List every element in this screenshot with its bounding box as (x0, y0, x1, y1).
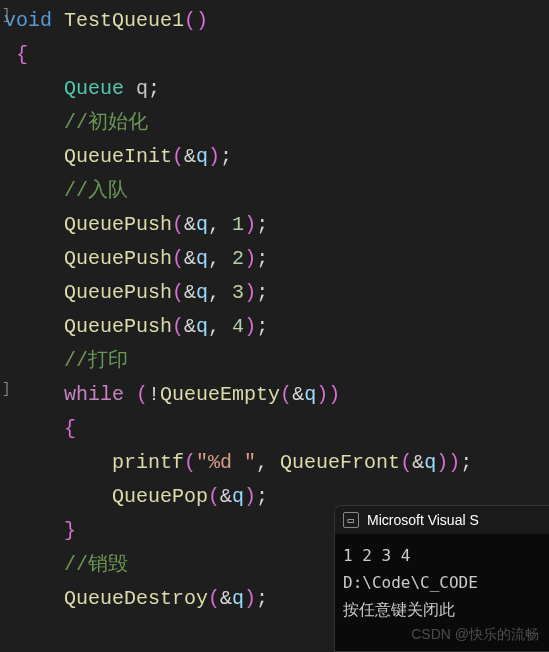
paren: ( (208, 587, 220, 610)
console-line: 按任意键关闭此 (343, 596, 541, 623)
func-call: QueuePush (64, 281, 172, 304)
paren: ( (136, 383, 148, 406)
code-line: QueuePush(&q, 2); (4, 242, 549, 276)
arg: q (196, 281, 208, 304)
arg: q (196, 145, 208, 168)
function-name: TestQueue1 (64, 9, 184, 32)
paren: ) (244, 213, 256, 236)
amp: & (220, 485, 232, 508)
number: 4 (232, 315, 244, 338)
comment: //初始化 (64, 111, 148, 134)
number: 3 (232, 281, 244, 304)
amp: & (292, 383, 304, 406)
amp: & (184, 213, 196, 236)
comma: , (208, 315, 232, 338)
brace-open: { (16, 43, 28, 66)
amp: & (184, 247, 196, 270)
paren: ( (172, 145, 184, 168)
keyword-while: while (64, 383, 124, 406)
type-name: Queue (64, 77, 124, 100)
arg: q (232, 587, 244, 610)
space (124, 383, 136, 406)
paren: ( (208, 485, 220, 508)
semicolon: ; (460, 451, 472, 474)
paren: ( (280, 383, 292, 406)
code-line: ]void TestQueue1() (4, 4, 549, 38)
func-call: QueueInit (64, 145, 172, 168)
comma: , (256, 451, 280, 474)
func-call: printf (112, 451, 184, 474)
comma: , (208, 213, 232, 236)
paren: ) (316, 383, 328, 406)
arg: q (196, 247, 208, 270)
func-call: QueuePush (64, 247, 172, 270)
console-title-text: Microsoft Visual S (367, 512, 479, 528)
arg: q (232, 485, 244, 508)
paren: ) (244, 315, 256, 338)
func-call: QueueFront (280, 451, 400, 474)
brace-open: { (64, 417, 76, 440)
amp: & (184, 315, 196, 338)
arg: q (424, 451, 436, 474)
code-line: { (4, 38, 549, 72)
paren: ) (208, 145, 220, 168)
paren: ( (172, 213, 184, 236)
number: 1 (232, 213, 244, 236)
amp: & (184, 145, 196, 168)
console-line: D:\Code\C_CODE (343, 569, 541, 596)
paren: ) (244, 587, 256, 610)
semicolon: ; (220, 145, 232, 168)
code-line: ] while (!QueueEmpty(&q)) (4, 378, 549, 412)
comment: //入队 (64, 179, 128, 202)
console-titlebar[interactable]: ▭ Microsoft Visual S (335, 506, 549, 534)
code-line: QueuePush(&q, 3); (4, 276, 549, 310)
code-line: QueuePush(&q, 1); (4, 208, 549, 242)
console-icon: ▭ (343, 512, 359, 528)
keyword-void: void (4, 9, 52, 32)
code-line: printf("%d ", QueueFront(&q)); (4, 446, 549, 480)
code-line: //入队 (4, 174, 549, 208)
code-line: Queue q; (4, 72, 549, 106)
paren: ) (328, 383, 340, 406)
code-line: //打印 (4, 344, 549, 378)
comment: //销毁 (64, 553, 128, 576)
parens: () (184, 9, 208, 32)
paren: ( (172, 315, 184, 338)
func-call: QueuePush (64, 213, 172, 236)
arg: q (196, 213, 208, 236)
paren: ( (184, 451, 196, 474)
func-call: QueuePush (64, 315, 172, 338)
semicolon: ; (256, 281, 268, 304)
paren: ) (244, 247, 256, 270)
paren: ) (244, 281, 256, 304)
code-line: QueuePush(&q, 4); (4, 310, 549, 344)
paren: ( (172, 281, 184, 304)
code-line: { (4, 412, 549, 446)
not-op: ! (148, 383, 160, 406)
semicolon: ; (256, 315, 268, 338)
code-line: //初始化 (4, 106, 549, 140)
paren: ) (448, 451, 460, 474)
watermark: CSDN @快乐的流畅 (411, 626, 539, 644)
brace-close: } (64, 519, 76, 542)
paren: ( (172, 247, 184, 270)
arg: q (196, 315, 208, 338)
paren: ( (400, 451, 412, 474)
comma: , (208, 281, 232, 304)
func-call: QueueDestroy (64, 587, 208, 610)
amp: & (220, 587, 232, 610)
comment: //打印 (64, 349, 128, 372)
func-call: QueueEmpty (160, 383, 280, 406)
amp: & (412, 451, 424, 474)
semicolon: ; (256, 247, 268, 270)
paren: ) (436, 451, 448, 474)
code-line: QueueInit(&q); (4, 140, 549, 174)
func-call: QueuePop (112, 485, 208, 508)
console-line: 1 2 3 4 (343, 542, 541, 569)
collapse-marker[interactable]: ] (2, 378, 10, 402)
var-name: q (136, 77, 148, 100)
string: "%d " (196, 451, 256, 474)
semicolon: ; (148, 77, 160, 100)
number: 2 (232, 247, 244, 270)
collapse-marker[interactable]: ] (2, 4, 10, 28)
